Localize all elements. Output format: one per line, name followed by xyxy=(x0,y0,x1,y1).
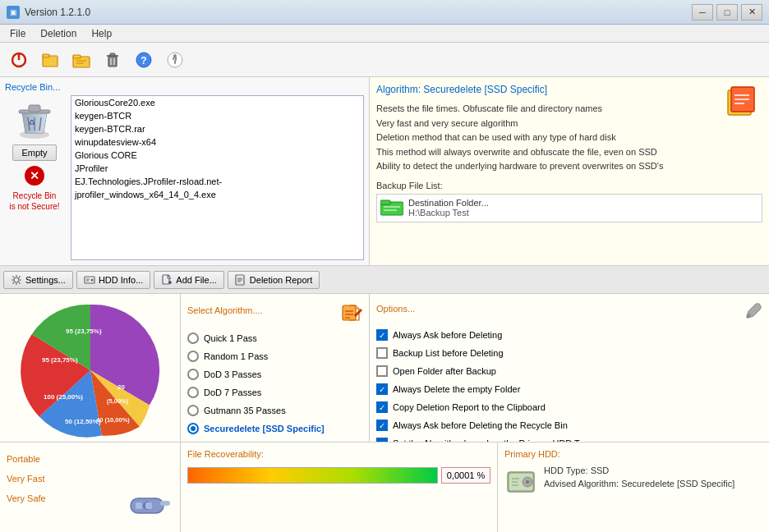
pie-chart: 95 (23,75%) 20 (5,00%) 40 (10,00%) 100 (… xyxy=(21,300,160,440)
svg-text:50 (12,50%): 50 (12,50%) xyxy=(65,418,101,425)
hdd-info-button[interactable]: HDD Info... xyxy=(76,271,150,289)
portable-panel: Portable Very Fast Very Safe xyxy=(0,443,181,532)
maximize-button[interactable]: □ xyxy=(716,4,738,21)
app-icon: ▣ xyxy=(7,6,20,19)
backup-destination: Destination Folder... H:\Backup Test xyxy=(376,194,762,222)
open-button[interactable] xyxy=(36,46,64,74)
delete-button[interactable] xyxy=(99,46,127,74)
primary-hdd-panel: Primary HDD: HDD Type: SSD Advise xyxy=(498,443,769,532)
empty-button[interactable]: Empty xyxy=(12,144,56,161)
algorithm-select-panel: Select Algorithm.... Quic xyxy=(181,294,370,442)
deletion-report-button[interactable]: Deletion Report xyxy=(228,271,320,289)
radio-circle xyxy=(187,332,199,344)
checkbox-unchecked xyxy=(376,365,388,377)
list-item[interactable]: keygen-BTCR.rar xyxy=(71,122,363,135)
menu-deletion[interactable]: Deletion xyxy=(34,26,83,41)
list-item[interactable]: JProfiler xyxy=(71,162,363,175)
very-fast-label: Very Fast xyxy=(7,469,46,488)
svg-text:20: 20 xyxy=(117,383,125,391)
minimize-button[interactable]: ─ xyxy=(692,4,713,21)
radio-circle-checked xyxy=(187,423,199,434)
info-button[interactable] xyxy=(161,46,189,74)
svg-rect-30 xyxy=(380,200,390,204)
hdd-drive-icon xyxy=(504,466,537,501)
svg-point-35 xyxy=(90,278,93,281)
svg-rect-3 xyxy=(43,54,49,57)
checkbox-copy-report[interactable]: ✓ Copy Deletion Report to the Clipboard xyxy=(376,401,762,413)
hdd-type: HDD Type: SSD xyxy=(544,466,734,475)
main-toolbar: ? xyxy=(0,43,769,77)
radio-gutmann35[interactable]: Gutmann 35 Passes xyxy=(187,405,362,416)
menubar: File Deletion Help xyxy=(0,25,769,43)
algorithm-icon xyxy=(725,84,761,122)
folder-button[interactable] xyxy=(67,46,95,74)
svg-point-33 xyxy=(14,277,19,282)
svg-rect-5 xyxy=(73,55,81,58)
recycle-bin-list[interactable]: GloriousCore20.exe keygen-BTCR keygen-BT… xyxy=(71,95,364,260)
hdd-advised-algo: Advised Algorithm: Securedelete [SSD Spe… xyxy=(544,479,734,488)
svg-text:(5,00%): (5,00%) xyxy=(107,397,129,405)
svg-rect-60 xyxy=(145,502,152,509)
recoverability-panel: File Recoverability: 0,0001 % xyxy=(181,443,498,532)
checkbox-delete-empty-folder[interactable]: ✓ Always Delete the empty Folder xyxy=(376,383,762,395)
svg-text:♺: ♺ xyxy=(29,119,35,126)
radio-dod7passes[interactable]: DoD 7 Passes xyxy=(187,387,362,398)
menu-file[interactable]: File xyxy=(3,26,32,41)
recoverability-bar xyxy=(187,467,438,484)
hdd-info-container: HDD Type: SSD Advised Algorithm: Secured… xyxy=(504,466,762,501)
checkbox-checked: ✓ xyxy=(376,401,388,413)
algorithm-title: Algorithm: Securedelete [SSD Specific] xyxy=(376,84,762,95)
svg-rect-10 xyxy=(110,53,115,56)
menu-help[interactable]: Help xyxy=(85,26,118,41)
list-item[interactable]: jprofiler_windows_x64_14_0_4.exe xyxy=(71,188,363,201)
radio-dod3passes[interactable]: DoD 3 Passes xyxy=(187,369,362,380)
radio-random1pass[interactable]: Random 1 Pass xyxy=(187,351,362,362)
radio-securedelete[interactable]: Securedelete [SSD Specific] xyxy=(187,423,362,434)
recoverability-title: File Recoverability: xyxy=(187,449,490,459)
algo-select-icon xyxy=(339,300,362,326)
recoverability-bar-container: 0,0001 % xyxy=(187,466,490,485)
list-item[interactable]: EJ.Technologies.JProfiler-rsload.net- xyxy=(71,175,363,188)
add-file-button[interactable]: Add File... xyxy=(154,271,224,289)
list-item[interactable]: winupdatesview-x64 xyxy=(71,135,363,149)
list-item[interactable]: keygen-BTCR xyxy=(71,109,363,122)
svg-text:?: ? xyxy=(140,55,146,66)
radio-circle xyxy=(187,405,199,416)
svg-rect-57 xyxy=(160,501,170,506)
svg-text:100 (25,00%): 100 (25,00%) xyxy=(44,393,83,401)
folder-icon xyxy=(380,198,403,218)
portable-label: Portable xyxy=(7,449,46,469)
list-item[interactable]: Glorious CORE xyxy=(71,149,363,162)
portable-labels: Portable Very Fast Very Safe xyxy=(7,449,46,509)
radio-quick1pass[interactable]: Quick 1 Pass xyxy=(187,332,362,344)
backup-section: Backup File List: Destination Folder... … xyxy=(376,181,762,222)
algo-select-title: Select Algorithm.... xyxy=(187,305,263,315)
help-button[interactable]: ? xyxy=(130,46,158,74)
checkbox-backup-list[interactable]: Backup List before Deleting xyxy=(376,347,762,359)
svg-text:95 (23,75%): 95 (23,75%) xyxy=(42,356,78,364)
svg-text:95 (23,75%): 95 (23,75%) xyxy=(66,328,102,335)
checkbox-always-ask[interactable]: ✓ Always Ask before Deleting xyxy=(376,329,762,341)
titlebar: ▣ Version 1.2.1.0 ─ □ ✕ xyxy=(0,0,769,25)
checkbox-open-folder[interactable]: Open Folder after Backup xyxy=(376,365,762,377)
power-button[interactable] xyxy=(5,46,33,74)
backup-title: Backup File List: xyxy=(376,181,762,190)
checkbox-checked: ✓ xyxy=(376,420,388,431)
svg-rect-8 xyxy=(108,56,117,66)
checkbox-unchecked xyxy=(376,347,388,359)
settings-button[interactable]: Settings... xyxy=(3,271,73,289)
checkbox-checked: ✓ xyxy=(376,383,388,395)
options-title: Options... xyxy=(376,304,415,314)
algorithm-radio-group: Quick 1 Pass Random 1 Pass DoD 3 Passes … xyxy=(187,332,362,434)
checkbox-ask-recycle-bin[interactable]: ✓ Always Ask before Deleting the Recycle… xyxy=(376,420,762,431)
recoverability-value: 0,0001 % xyxy=(441,467,490,484)
svg-rect-59 xyxy=(136,502,142,509)
app-title: Version 1.2.1.0 xyxy=(25,7,90,18)
radio-circle xyxy=(187,369,199,380)
algorithm-info-panel: Algorithm: Securedelete [SSD Specific] R… xyxy=(370,77,769,265)
algorithm-description: Resets the file times. Obfuscate file an… xyxy=(376,102,762,174)
wrench-icon xyxy=(743,300,762,323)
list-item[interactable]: GloriousCore20.exe xyxy=(71,96,363,109)
recycle-bin-title: Recycle Bin... xyxy=(5,82,364,92)
close-button[interactable]: ✕ xyxy=(741,4,762,21)
